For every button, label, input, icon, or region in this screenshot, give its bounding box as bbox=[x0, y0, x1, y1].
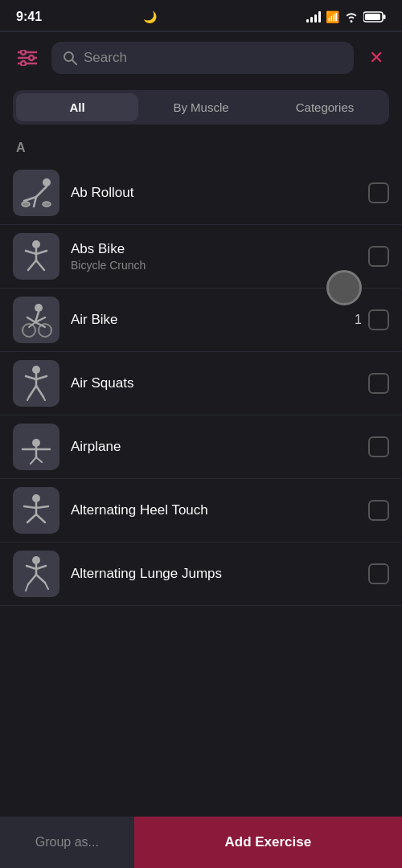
svg-point-8 bbox=[21, 61, 26, 66]
svg-line-21 bbox=[28, 260, 36, 270]
svg-line-49 bbox=[36, 514, 45, 522]
section-letter-a: A bbox=[0, 137, 402, 162]
exercise-name-3: Air Bike bbox=[71, 312, 343, 328]
exercise-checkbox-7[interactable] bbox=[368, 563, 389, 584]
status-time: 9:41 bbox=[16, 10, 42, 24]
exercise-thumbnail-5 bbox=[13, 424, 59, 470]
svg-line-38 bbox=[43, 397, 45, 400]
svg-point-4 bbox=[21, 50, 26, 55]
svg-rect-2 bbox=[365, 14, 380, 20]
status-bar: 9:41 🌙 📶 bbox=[0, 0, 402, 31]
exercise-info-5: Airplane bbox=[71, 439, 357, 455]
battery-icon bbox=[363, 11, 386, 23]
svg-line-34 bbox=[36, 376, 47, 379]
svg-point-31 bbox=[32, 366, 40, 374]
filter-button[interactable] bbox=[13, 43, 42, 72]
exercise-right-3: 1 bbox=[355, 309, 389, 330]
svg-line-54 bbox=[28, 575, 36, 584]
search-area: ✕ bbox=[0, 32, 402, 84]
exercise-name-1: Ab Rollout bbox=[71, 185, 357, 201]
exercise-badge-3: 1 bbox=[355, 313, 362, 327]
exercise-checkbox-5[interactable] bbox=[368, 436, 389, 457]
wifi-icon-svg bbox=[344, 11, 359, 23]
add-exercise-button[interactable]: Add Exercise bbox=[134, 817, 402, 868]
group-as-button[interactable]: Group as... bbox=[0, 817, 134, 868]
exercise-info-2: Abs Bike Bicycle Crunch bbox=[71, 241, 357, 272]
svg-line-43 bbox=[36, 457, 42, 462]
exercise-name-6: Alternating Heel Touch bbox=[71, 502, 357, 518]
tab-categories[interactable]: Categories bbox=[264, 93, 386, 121]
exercise-name-5: Airplane bbox=[71, 439, 357, 455]
svg-line-46 bbox=[24, 506, 36, 508]
status-icons: 📶 bbox=[306, 10, 386, 23]
svg-line-25 bbox=[27, 317, 35, 322]
svg-line-48 bbox=[27, 514, 36, 522]
group-as-label: Group as... bbox=[35, 835, 99, 850]
svg-line-52 bbox=[27, 566, 36, 569]
exercise-info-7: Alternating Lunge Jumps bbox=[71, 566, 357, 582]
svg-line-55 bbox=[36, 575, 45, 583]
exercise-alt-2: Bicycle Crunch bbox=[71, 259, 357, 272]
signal-icon bbox=[306, 11, 321, 23]
exercise-right-1 bbox=[368, 182, 389, 203]
exercise-checkbox-4[interactable] bbox=[368, 373, 389, 394]
search-input[interactable] bbox=[84, 50, 343, 66]
exercise-right-5 bbox=[368, 436, 389, 457]
svg-line-56 bbox=[26, 584, 28, 591]
exercise-checkbox-6[interactable] bbox=[368, 500, 389, 521]
svg-point-44 bbox=[32, 494, 40, 502]
svg-rect-1 bbox=[384, 14, 386, 19]
svg-point-27 bbox=[23, 324, 35, 337]
svg-line-10 bbox=[72, 60, 76, 64]
tab-by-muscle[interactable]: By Muscle bbox=[140, 93, 262, 121]
exercise-checkbox-3[interactable] bbox=[368, 309, 389, 330]
drag-handle-circle[interactable] bbox=[326, 270, 362, 305]
exercise-right-7 bbox=[368, 563, 389, 584]
exercise-thumbnail-2 bbox=[13, 233, 59, 280]
svg-point-50 bbox=[32, 556, 40, 564]
tab-all[interactable]: All bbox=[16, 93, 138, 121]
svg-point-28 bbox=[39, 324, 51, 337]
search-input-wrapper bbox=[51, 42, 354, 74]
exercise-row: Abs Bike Bicycle Crunch bbox=[0, 225, 402, 289]
svg-line-20 bbox=[36, 251, 47, 254]
exercise-info-3: Air Bike bbox=[71, 312, 343, 328]
add-exercise-label: Add Exercise bbox=[224, 834, 311, 850]
svg-line-12 bbox=[36, 186, 47, 197]
svg-line-37 bbox=[27, 397, 29, 400]
exercise-right-4 bbox=[368, 373, 389, 394]
exercise-checkbox-1[interactable] bbox=[368, 182, 389, 203]
svg-line-53 bbox=[36, 566, 46, 569]
svg-line-57 bbox=[45, 583, 48, 589]
svg-point-11 bbox=[43, 178, 51, 186]
svg-point-6 bbox=[29, 55, 34, 60]
svg-line-33 bbox=[26, 376, 36, 379]
svg-point-16 bbox=[43, 202, 51, 207]
tab-row: All By Muscle Categories bbox=[13, 90, 389, 125]
filter-icon bbox=[18, 50, 37, 66]
exercise-thumbnail-1 bbox=[13, 170, 59, 216]
exercise-thumbnail-3 bbox=[13, 297, 59, 343]
svg-line-36 bbox=[36, 386, 43, 397]
exercise-row: Alternating Heel Touch bbox=[0, 479, 402, 542]
svg-point-39 bbox=[32, 439, 40, 447]
exercise-row: Air Squats bbox=[0, 352, 402, 416]
close-icon: ✕ bbox=[369, 47, 384, 68]
exercise-right-2 bbox=[368, 246, 389, 267]
exercise-row: Airplane bbox=[0, 416, 402, 479]
exercise-row: Ab Rollout bbox=[0, 162, 402, 225]
svg-line-47 bbox=[36, 506, 48, 508]
exercise-info-4: Air Squats bbox=[71, 375, 357, 391]
exercise-thumbnail-7 bbox=[13, 551, 59, 597]
svg-line-35 bbox=[29, 386, 36, 397]
exercise-thumbnail-6 bbox=[13, 487, 59, 534]
exercise-row: Alternating Lunge Jumps bbox=[0, 542, 402, 606]
wifi-icon: 📶 bbox=[326, 10, 339, 23]
close-button[interactable]: ✕ bbox=[363, 45, 389, 71]
exercise-checkbox-2[interactable] bbox=[368, 246, 389, 267]
search-icon bbox=[63, 51, 77, 65]
svg-point-17 bbox=[32, 240, 40, 248]
exercise-name-2: Abs Bike bbox=[71, 241, 357, 257]
svg-line-42 bbox=[31, 457, 36, 464]
svg-line-22 bbox=[36, 260, 44, 270]
